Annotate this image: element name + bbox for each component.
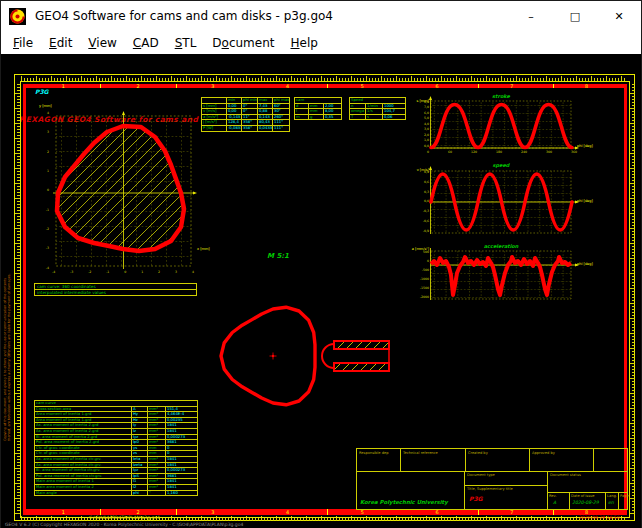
table-cell: 1,160 xyxy=(166,490,198,496)
table-cell: 358° xyxy=(242,125,258,131)
technical-reference-label: Technical reference xyxy=(403,451,438,455)
view-label-p3g: P3G xyxy=(35,88,49,95)
frame-number: 3 xyxy=(211,510,214,515)
created-by-label: Created by xyxy=(468,451,488,455)
legal-note-vertical: Copying of this document, and giving it … xyxy=(4,271,16,441)
window-title: GEO4 Software for cams and cam disks - p… xyxy=(35,9,333,23)
tick-label: -1 xyxy=(106,270,109,274)
tick-label: 1 xyxy=(141,270,143,274)
tick-label: -2 xyxy=(88,270,91,274)
tick-label: 2 xyxy=(47,151,49,154)
document-type-label: Document type xyxy=(467,473,495,477)
tick-label: 4 xyxy=(47,112,49,115)
follower-lower-guide xyxy=(334,363,389,371)
cam-table: cam d mm 2,00 l mm 8,00 m g 0,35 xyxy=(294,97,342,120)
tick-label: -3 xyxy=(46,247,49,250)
frame-number: 3 xyxy=(211,84,214,89)
date-of-issue-label: Date of issue xyxy=(571,494,595,498)
rev-label: Rev. xyxy=(549,494,557,498)
drawing-canvas[interactable]: HEXAGON GEO4 Software for cams and cam d… xyxy=(1,54,641,528)
profile-yticks: 43210-1-2-3-4 xyxy=(41,112,49,270)
table-cell: Main angle xyxy=(35,490,132,496)
tick-label: 2 xyxy=(158,270,160,274)
app-icon[interactable] xyxy=(9,8,26,25)
frame-number: 7 xyxy=(510,510,513,515)
tick-label: 1 xyxy=(47,170,49,173)
lang-value: en xyxy=(608,500,614,505)
frame-number: 5 xyxy=(361,84,364,89)
table-cell: -0,143 xyxy=(227,114,242,120)
title-block: Responsible dep Technical reference Crea… xyxy=(356,448,628,510)
table-row: s [mm] 0,00 0° 7,43 60° xyxy=(202,103,290,109)
page-label: Page xyxy=(620,494,629,498)
menu-item-cad[interactable]: CAD xyxy=(125,34,167,52)
menu-item-edit[interactable]: Edit xyxy=(41,34,80,52)
curve-info-line: interpolated intermediate values xyxy=(35,289,196,295)
frame-number: 8 xyxy=(585,84,588,89)
organization-name: Korea Polytechnic University xyxy=(360,499,448,505)
frame-number: 5 xyxy=(361,510,364,515)
table-cell: g xyxy=(309,114,324,120)
datetime-label: 2020-08-29 18:50 xyxy=(579,515,620,520)
menu-item-stl[interactable]: STL xyxy=(167,34,205,52)
frame-numbers-top: 12345678 xyxy=(26,84,624,88)
properties-table: cam curve Cross section area A mm² 151,4… xyxy=(34,400,198,496)
table-row: m g 0,35 xyxy=(295,114,342,120)
table-row: T s 0,06 xyxy=(350,114,406,120)
profile-ylabel: y [mm] xyxy=(39,104,52,108)
frame-number: 2 xyxy=(137,84,140,89)
menu-item-document[interactable]: Document xyxy=(204,34,282,52)
table-row: P [W] -0,0833 358° 0,0433 111° xyxy=(202,125,290,131)
table-cell: phi xyxy=(132,490,148,496)
date-of-issue-value: 2020-08-29 xyxy=(572,500,599,505)
frame-number: 8 xyxy=(585,510,588,515)
frame-number: 4 xyxy=(286,84,289,89)
lang-label: Lang. xyxy=(607,494,617,498)
profile-xticks: -4-3-2-101234 xyxy=(52,270,194,274)
tick-label: -1 xyxy=(46,209,49,212)
table-cell: m xyxy=(295,114,309,120)
menu-item-help[interactable]: Help xyxy=(283,34,326,52)
follower-upper-guide xyxy=(334,341,389,349)
menu-item-file[interactable]: File xyxy=(5,34,41,52)
frame-number: 7 xyxy=(510,84,513,89)
tick-label: -2 xyxy=(46,228,49,231)
table-row: v [m/s] 0,00 0° 0,88 30° xyxy=(202,109,290,115)
function-graphs xyxy=(411,93,591,309)
tick-label: -4 xyxy=(52,270,55,274)
close-button[interactable]: ✕ xyxy=(597,1,641,31)
curve-info-box: cam curve: 360 coordinates interpolated … xyxy=(34,283,197,296)
frame-number: 4 xyxy=(286,510,289,515)
tick-label: 0 xyxy=(124,270,126,274)
app-window: GEO4 Software for cams and cam disks - p… xyxy=(0,0,642,528)
table-cell: 111° xyxy=(273,125,290,131)
follower-nose xyxy=(322,344,334,368)
table-cell: ° xyxy=(148,490,166,496)
tick-label: 4 xyxy=(192,270,194,274)
tick-label: 3 xyxy=(47,131,49,134)
minimize-button[interactable]: – xyxy=(509,1,553,31)
scale-label: M 5:1 xyxy=(267,252,289,260)
table-cell: 0,06 xyxy=(383,114,406,120)
speed-table: Speed n 1/min 1000 omega 1/s 104,7 T s 0… xyxy=(349,97,406,120)
tick-label: 3 xyxy=(175,270,177,274)
maximize-button[interactable]: □ xyxy=(553,1,597,31)
cam-assembly xyxy=(216,301,396,411)
ruler-right xyxy=(630,83,635,514)
minmax-table: min phi min max phi max s [mm] 0,00 0° 7… xyxy=(201,97,290,132)
tick-label: -4 xyxy=(46,267,49,270)
frame-number: 1 xyxy=(62,510,65,515)
table-cell: T xyxy=(350,114,366,120)
menu-item-view[interactable]: View xyxy=(80,34,124,52)
table-cell: P [W] xyxy=(202,125,227,131)
rev-value: A xyxy=(553,500,556,505)
title-supplementary-label: Title, Supplementary title xyxy=(467,487,513,491)
table-row: j [m/s³] 128,4 358° 80,43 111° xyxy=(202,120,290,126)
table-row: a [m/s²] -0,143 11° 0,143 260° xyxy=(202,114,290,120)
table-cell: phi min xyxy=(242,98,258,104)
frame-number: 6 xyxy=(436,84,439,89)
table-cell: -0,0833 xyxy=(227,125,242,131)
table-row: Main angle phi ° 1,160 xyxy=(35,490,198,496)
cam-center-mark xyxy=(272,355,274,357)
table-cell: s xyxy=(366,114,383,120)
